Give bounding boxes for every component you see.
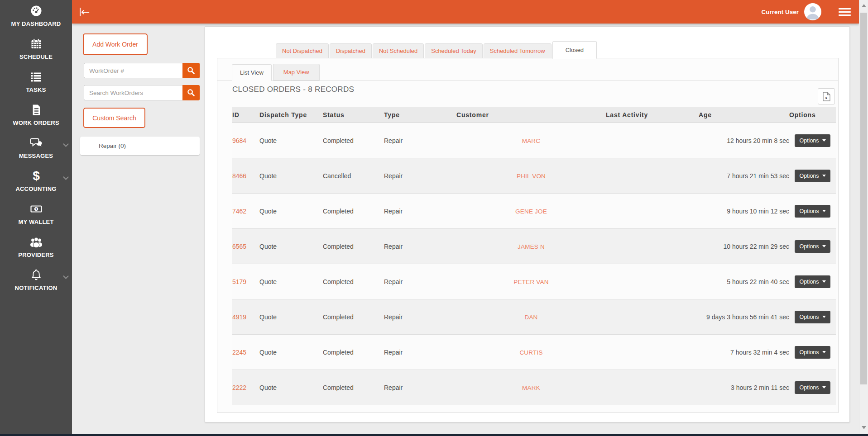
workorder-number-input[interactable] — [84, 63, 182, 78]
scrollbar-thumb[interactable] — [860, 13, 867, 384]
type-cell: Repair — [384, 194, 456, 229]
options-button[interactable]: Options — [795, 205, 830, 218]
tab-closed[interactable]: Closed — [552, 41, 597, 59]
last-activity-cell — [606, 370, 699, 405]
sidebar-item-label: MY WALLET — [18, 218, 53, 225]
order-id-link[interactable]: 5179 — [232, 278, 246, 285]
tab-not-scheduled[interactable]: Not Scheduled — [373, 43, 424, 58]
customer-link[interactable]: MARK — [522, 384, 540, 391]
customer-cell: JAMES N — [456, 229, 606, 264]
svg-text:x: x — [825, 95, 827, 100]
order-id-cell: 2245 — [232, 335, 259, 370]
column-header-id: ID — [232, 107, 259, 123]
order-id-link[interactable]: 8466 — [232, 172, 246, 180]
vertical-scrollbar[interactable] — [859, 0, 868, 434]
sidebar-item-my-wallet[interactable]: 1 MY WALLET — [0, 202, 72, 235]
age-cell: 7 hours 21 min 53 sec — [699, 158, 789, 194]
app-screen: MY DASHBOARD SCHEDU — [0, 0, 868, 436]
type-cell: Repair — [384, 123, 456, 158]
filter-item-repair[interactable]: Repair (0) — [80, 137, 200, 155]
customer-link[interactable]: CURTIS — [519, 349, 542, 356]
sidebar-item-label: MESSAGES — [19, 152, 53, 159]
calendar-icon — [29, 37, 43, 51]
options-cell: Options — [789, 158, 836, 194]
options-button[interactable]: Options — [795, 346, 830, 359]
workorder-keyword-search — [84, 85, 200, 100]
customer-link[interactable]: PHIL VON — [517, 173, 546, 180]
options-button[interactable]: Options — [795, 275, 830, 288]
topbar-right: Current User — [761, 3, 851, 20]
work-order-row: 5179 Quote Completed Repair PETER VAN 5 … — [232, 264, 836, 299]
sidebar-item-label: SCHEDULE — [19, 53, 53, 60]
sidebar-item-accounting[interactable]: $ ACCOUNTING — [0, 169, 72, 202]
tab-scheduled-today[interactable]: Scheduled Today — [425, 43, 483, 58]
scroll-up-arrow-icon[interactable] — [862, 4, 866, 7]
sidebar-item-label: NOTIFICATION — [15, 284, 58, 291]
customer-link[interactable]: DAN — [524, 314, 537, 321]
options-button[interactable]: Options — [795, 240, 830, 253]
order-id-link[interactable]: 6565 — [232, 243, 246, 250]
order-id-link[interactable]: 2222 — [232, 384, 246, 391]
caret-down-icon — [822, 175, 826, 177]
tab-dispatched[interactable]: Dispatched — [330, 43, 372, 58]
tab-list-view[interactable]: List View — [232, 64, 272, 81]
work-order-document-icon — [29, 103, 43, 117]
order-id-cell: 4919 — [232, 299, 259, 335]
options-cell: Options — [789, 229, 836, 264]
sidebar-item-notification[interactable]: NOTIFICATION — [0, 268, 72, 301]
type-cell: Repair — [384, 264, 456, 299]
sidebar-item-tasks[interactable]: TASKS — [0, 70, 72, 103]
menu-hamburger-icon[interactable] — [839, 6, 851, 18]
status-cell: Completed — [323, 264, 384, 299]
sidebar-collapse-icon[interactable]: ← — [80, 8, 90, 16]
last-activity-cell — [606, 299, 699, 335]
workorder-search-button[interactable] — [182, 63, 200, 78]
caret-down-icon — [822, 210, 826, 212]
options-button[interactable]: Options — [795, 170, 830, 182]
add-work-order-button[interactable]: Add Work Order — [83, 33, 148, 55]
workorder-keyword-input[interactable] — [84, 85, 182, 100]
last-activity-cell — [606, 194, 699, 229]
options-button[interactable]: Options — [795, 381, 830, 394]
export-excel-button[interactable]: x — [818, 88, 835, 104]
age-cell: 5 hours 22 min 40 sec — [699, 264, 789, 299]
age-cell: 3 hours 2 min 11 sec — [699, 370, 789, 405]
sidebar-item-work-orders[interactable]: WORK ORDERS — [0, 103, 72, 136]
order-id-link[interactable]: 4919 — [232, 313, 246, 321]
column-header-dispatch-type: Dispatch Type — [259, 107, 323, 123]
sidebar-item-messages[interactable]: MESSAGES — [0, 136, 72, 169]
order-id-link[interactable]: 9684 — [232, 137, 246, 144]
search-icon — [187, 89, 195, 97]
caret-down-icon — [822, 139, 826, 142]
user-avatar[interactable] — [804, 3, 821, 20]
sidebar-item-schedule[interactable]: SCHEDULE — [0, 37, 72, 70]
customer-link[interactable]: JAMES N — [518, 243, 545, 250]
view-tabs: List View Map View — [217, 64, 838, 81]
customer-cell: CURTIS — [456, 335, 606, 370]
order-id-link[interactable]: 7462 — [232, 208, 246, 215]
tab-not-dispatched[interactable]: Not Dispatched — [276, 43, 329, 58]
status-cell: Completed — [323, 370, 384, 405]
customer-link[interactable]: PETER VAN — [513, 279, 548, 285]
order-id-link[interactable]: 2245 — [232, 349, 246, 356]
column-header-customer: Customer — [456, 107, 606, 123]
options-button[interactable]: Options — [795, 134, 830, 147]
customer-cell: MARC — [456, 123, 606, 158]
sidebar-item-my-dashboard[interactable]: MY DASHBOARD — [0, 4, 72, 37]
dispatch-type-cell: Quote — [259, 229, 323, 264]
work-order-row: 7462 Quote Completed Repair GENE JOE 9 h… — [232, 194, 836, 229]
tab-map-view[interactable]: Map View — [273, 64, 320, 81]
customer-cell: PETER VAN — [456, 264, 606, 299]
options-cell: Options — [789, 123, 836, 158]
order-id-cell: 6565 — [232, 229, 259, 264]
scroll-down-arrow-icon[interactable] — [862, 426, 866, 429]
options-button[interactable]: Options — [795, 311, 830, 323]
caret-down-icon — [822, 351, 826, 353]
tab-scheduled-tomorrow[interactable]: Scheduled Tomorrow — [484, 43, 551, 58]
work-order-row: 9684 Quote Completed Repair MARC 12 hour… — [232, 123, 836, 158]
custom-search-button[interactable]: Custom Search — [83, 108, 145, 128]
customer-link[interactable]: MARC — [522, 137, 541, 144]
keyword-search-button[interactable] — [182, 85, 200, 100]
customer-link[interactable]: GENE JOE — [515, 208, 547, 215]
sidebar-item-providers[interactable]: PROVIDERS — [0, 235, 72, 268]
